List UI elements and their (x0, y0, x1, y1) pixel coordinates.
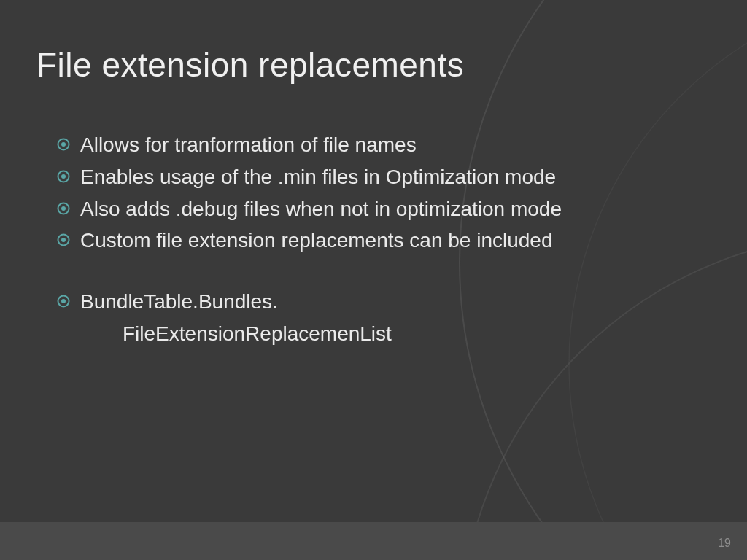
bullet-subtext: FileExtensionReplacemenList (123, 320, 703, 348)
page-number: 19 (718, 537, 731, 550)
bullet-item: Also adds .debug files when not in optim… (57, 195, 703, 223)
bullet-target-icon (57, 170, 70, 183)
bullet-item: Allows for tranformation of file names (57, 131, 703, 159)
bullet-target-icon (57, 295, 70, 308)
bullet-target-icon (57, 202, 70, 215)
bullet-target-icon (57, 138, 70, 151)
bullet-text: BundleTable.Bundles. (80, 288, 278, 316)
slide: File extension replacements Allows for t… (0, 0, 747, 560)
slide-content: Allows for tranformation of file names E… (57, 131, 703, 348)
bullet-text: Allows for tranformation of file names (80, 131, 417, 159)
footer-band (0, 522, 747, 560)
spacer (57, 259, 703, 288)
svg-point-12 (61, 299, 66, 303)
bullet-item: Enables usage of the .min files in Optim… (57, 163, 703, 191)
bullet-text: Custom file extension replacements can b… (80, 227, 552, 254)
svg-point-10 (61, 238, 66, 242)
bullet-text: Enables usage of the .min files in Optim… (80, 163, 556, 191)
svg-point-6 (61, 174, 66, 179)
bullet-target-icon (57, 233, 70, 246)
slide-title: File extension replacements (36, 45, 464, 85)
svg-point-4 (61, 142, 66, 147)
bullet-item: BundleTable.Bundles. (57, 288, 703, 316)
bullet-text: Also adds .debug files when not in optim… (80, 195, 562, 223)
bullet-item: Custom file extension replacements can b… (57, 227, 703, 254)
svg-point-8 (61, 206, 66, 211)
